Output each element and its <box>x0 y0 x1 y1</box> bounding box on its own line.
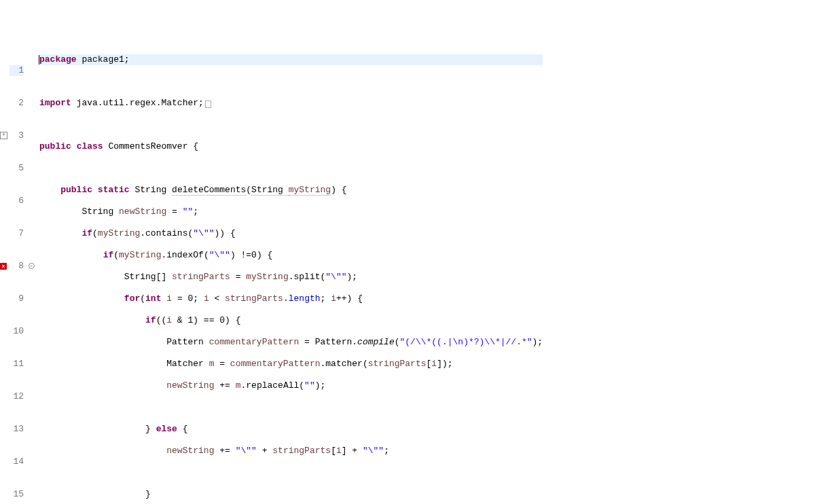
line-number: 11 <box>10 359 24 370</box>
line-number: 3 <box>10 130 24 141</box>
code-editor[interactable]: + x 1 2 3 5 6 7 8 9 10 11 12 13 14 15 16… <box>0 43 815 504</box>
code-line[interactable] <box>39 76 543 87</box>
code-line[interactable]: for(int i = 0; i < stringParts.length; i… <box>39 293 543 304</box>
line-number: 14 <box>10 456 24 467</box>
line-number: 9 <box>10 293 24 304</box>
line-number: 12 <box>10 391 24 402</box>
collapsed-indicator-icon[interactable] <box>205 101 211 108</box>
code-line[interactable] <box>39 163 543 174</box>
code-line[interactable]: public static String deleteComments(Stri… <box>39 185 543 196</box>
line-number: 7 <box>10 228 24 239</box>
code-line[interactable]: package package1; <box>39 54 543 65</box>
line-number: 1 <box>10 65 24 76</box>
line-number-gutter: 1 2 3 5 6 7 8 9 10 11 12 13 14 15 16 17 … <box>10 43 29 504</box>
line-number: 6 <box>10 196 24 206</box>
line-number: 2 <box>10 98 24 109</box>
line-number: 13 <box>10 424 24 435</box>
method-name-warning: deleteComments <box>172 185 246 196</box>
code-line[interactable] <box>39 120 543 130</box>
code-line[interactable]: Pattern commentaryPattern = Pattern.comp… <box>39 337 543 348</box>
line-number: 10 <box>10 326 24 337</box>
code-line[interactable]: String newString = ""; <box>39 206 543 217</box>
code-line[interactable]: Matcher m = commentaryPattern.matcher(st… <box>39 359 543 370</box>
gutter-fold-column: − <box>29 43 37 504</box>
code-line[interactable]: newString += "\"" + stringParts[i] + "\"… <box>39 446 543 456</box>
code-line[interactable]: newString += m.replaceAll(""); <box>39 380 543 391</box>
code-line[interactable] <box>39 402 543 413</box>
code-line[interactable]: } <box>39 489 543 500</box>
fold-collapse-icon[interactable]: − <box>29 263 35 269</box>
code-line[interactable]: String[] stringParts = myString.split("\… <box>39 272 543 283</box>
fold-expand-icon[interactable]: + <box>0 132 7 139</box>
code-line[interactable]: if(myString.contains("\"")) { <box>39 228 543 239</box>
code-area[interactable]: package package1; import java.util.regex… <box>37 43 543 504</box>
code-line[interactable]: public class CommentsReomver { <box>39 141 543 152</box>
line-number: 5 <box>10 163 24 174</box>
code-line[interactable]: if((i & 1) == 0) { <box>39 315 543 326</box>
error-icon[interactable]: x <box>0 263 7 270</box>
code-line[interactable]: import java.util.regex.Matcher; <box>39 98 543 109</box>
code-line[interactable]: if(myString.indexOf("\"") !=0) { <box>39 250 543 261</box>
line-number: 8 <box>10 261 24 272</box>
code-line[interactable] <box>39 467 543 478</box>
gutter-annotations: + x <box>0 43 10 504</box>
line-number: 15 <box>10 489 24 500</box>
code-line[interactable]: } else { <box>39 424 543 435</box>
